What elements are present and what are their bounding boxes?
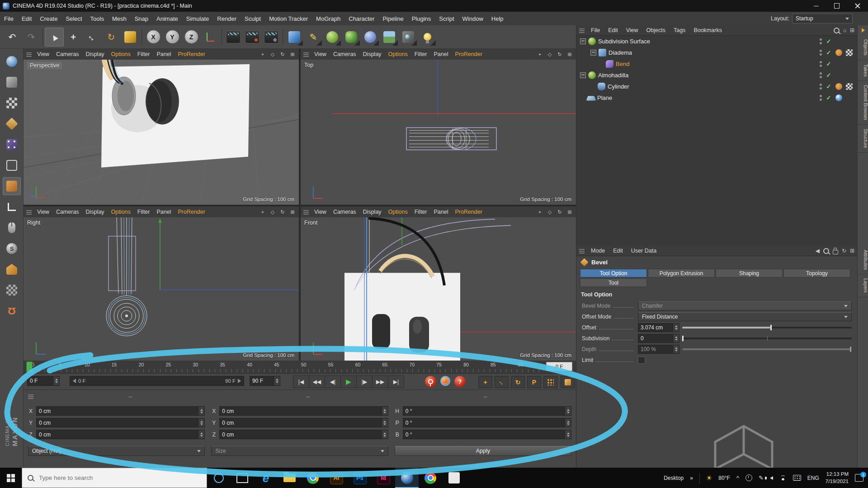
enabled-check-icon[interactable]: ✓ — [826, 38, 832, 45]
current-frame-input[interactable] — [28, 376, 53, 385]
depth-field[interactable] — [638, 345, 679, 354]
limit-checkbox[interactable] — [638, 357, 645, 364]
tab-topology[interactable]: Topology — [783, 269, 850, 277]
menu-animate[interactable]: Animate — [152, 15, 182, 22]
playhead[interactable] — [26, 361, 33, 372]
cortana-button[interactable] — [207, 468, 231, 488]
toggle-view-icon[interactable]: ⊞ — [566, 208, 573, 216]
play-button[interactable]: ▶ — [340, 375, 357, 388]
vp-menu-view[interactable]: View — [34, 209, 52, 215]
pan-view-icon[interactable]: + — [536, 51, 543, 58]
edge-button[interactable]: e — [254, 468, 278, 488]
om-menu-file[interactable]: File — [587, 27, 604, 33]
vp-menu-display[interactable]: Display — [360, 209, 385, 215]
om-menu-edit[interactable]: Edit — [604, 27, 622, 33]
range-start-handle[interactable] — [73, 379, 76, 383]
vp-menu-filter[interactable]: Filter — [134, 209, 153, 215]
tab-shaping[interactable]: Shaping — [716, 269, 783, 277]
visibility-dots[interactable] — [820, 95, 822, 101]
menu-file[interactable]: File — [0, 15, 18, 22]
maximize-button[interactable] — [826, 0, 847, 12]
collapse-icon[interactable] — [590, 50, 596, 56]
panel-handle-icon[interactable] — [303, 209, 309, 215]
record-position-toggle[interactable]: + — [478, 376, 492, 388]
om-menu-bookmarks[interactable]: Bookmarks — [690, 27, 726, 33]
redo-button[interactable]: ↷ — [22, 28, 41, 47]
texture-tag-icon[interactable] — [846, 49, 853, 56]
taskbar-search[interactable] — [22, 468, 207, 488]
keyframe-help-button[interactable]: ? — [454, 376, 466, 387]
vp-menu-options[interactable]: Options — [385, 209, 411, 215]
om-menu-objects[interactable]: Objects — [643, 27, 669, 33]
am-menu-mode[interactable]: Mode — [587, 248, 609, 254]
enabled-check-icon[interactable]: ✓ — [826, 72, 832, 79]
cinema4d-taskbar-button[interactable] — [395, 468, 419, 488]
hidden-icons-chevron[interactable]: ^ — [736, 474, 739, 481]
scale-tool-button[interactable]: ↔ — [83, 28, 102, 47]
rotation-p-field[interactable] — [403, 418, 571, 427]
stepper-icon[interactable] — [673, 324, 679, 332]
end-frame-input[interactable] — [250, 376, 274, 385]
size-z-field[interactable] — [219, 430, 388, 439]
offset-field[interactable] — [638, 323, 679, 332]
photoshop-button[interactable]: Ps — [348, 468, 372, 488]
rotation-p-input[interactable] — [403, 418, 565, 427]
y-axis-lock-button[interactable]: Y — [163, 28, 182, 47]
size-mode-select[interactable]: Size — [211, 446, 388, 456]
visibility-dots[interactable] — [820, 50, 822, 56]
tree-item-diadema[interactable]: Diadema ✓ — [576, 47, 857, 58]
am-menu-userdata[interactable]: User Data — [627, 248, 660, 254]
dock-tab-attributes[interactable]: Attributes — [858, 246, 868, 274]
toggle-view-icon[interactable]: ⊞ — [566, 51, 573, 58]
next-frame-button[interactable]: |▶ — [356, 375, 373, 388]
menu-character[interactable]: Character — [344, 15, 378, 22]
stepper-icon[interactable] — [565, 418, 571, 427]
menu-tools[interactable]: Tools — [86, 15, 108, 22]
vp-menu-view[interactable]: View — [311, 51, 330, 57]
menu-mesh[interactable]: Mesh — [108, 15, 131, 22]
tab-polygon-extrusion[interactable]: Polygon Extrusion — [648, 269, 715, 277]
back-icon[interactable]: ◀ — [816, 248, 820, 254]
position-y-input[interactable] — [37, 418, 198, 427]
close-button[interactable] — [847, 0, 868, 12]
vp-menu-filter[interactable]: Filter — [134, 51, 153, 57]
refresh-icon[interactable]: ↻ — [842, 248, 846, 254]
frame-range-slider[interactable]: 0 F 90 F — [70, 376, 244, 386]
add-spline-button[interactable]: ✎ — [304, 28, 323, 47]
viewport-canvas-front[interactable]: Front Grid Spacing : 100 cm — [301, 217, 576, 361]
phong-tag-icon[interactable] — [835, 49, 842, 56]
dock-tab-takes[interactable]: Takes — [858, 60, 868, 81]
range-end-handle[interactable] — [238, 379, 241, 383]
new-panel-icon[interactable]: ⊞ — [850, 248, 854, 254]
size-x-field[interactable] — [219, 406, 388, 416]
material-tag-icon[interactable] — [835, 94, 842, 101]
tree-item-bend[interactable]: Bend ✓ — [576, 58, 857, 70]
apply-button[interactable]: Apply — [395, 446, 571, 456]
vp-menu-cameras[interactable]: Cameras — [330, 51, 359, 57]
menu-edit[interactable]: Edit — [18, 15, 36, 22]
vp-menu-panel[interactable]: Panel — [430, 51, 451, 57]
offset-mode-select[interactable]: Fixed Distance — [638, 312, 852, 321]
menu-sculpt[interactable]: Sculpt — [241, 15, 265, 22]
coordinate-system-button[interactable] — [201, 28, 220, 47]
depth-slider[interactable] — [682, 346, 852, 353]
dock-tab-layers[interactable]: Layers — [858, 274, 868, 297]
depth-input[interactable] — [638, 345, 673, 353]
tree-item-subdivision-surface[interactable]: Subdivision Surface ✓ — [576, 36, 857, 47]
offset-slider[interactable] — [682, 324, 852, 331]
file-explorer-button[interactable] — [278, 468, 301, 488]
viewport-canvas-perspective[interactable]: Perspective Grid Spacing : 100 cm — [24, 60, 299, 205]
toggle-panel-icon[interactable]: ⊞ — [850, 27, 854, 33]
add-deformer-button[interactable] — [361, 28, 380, 47]
vp-menu-panel[interactable]: Panel — [153, 209, 174, 215]
tray-keyboard-icon[interactable] — [793, 475, 801, 481]
menu-mograph[interactable]: MoGraph — [312, 15, 344, 22]
chrome-window-button[interactable] — [419, 468, 442, 488]
position-y-field[interactable] — [36, 418, 205, 427]
chrome-button[interactable] — [301, 468, 325, 488]
pan-view-icon[interactable]: + — [536, 208, 543, 216]
home-icon[interactable]: ⌂ — [843, 27, 846, 33]
workplane-lock-button[interactable] — [3, 281, 21, 299]
vp-menu-prorender[interactable]: ProRender — [175, 209, 208, 215]
dock-tab-content-browser[interactable]: Content Browser — [858, 81, 868, 125]
